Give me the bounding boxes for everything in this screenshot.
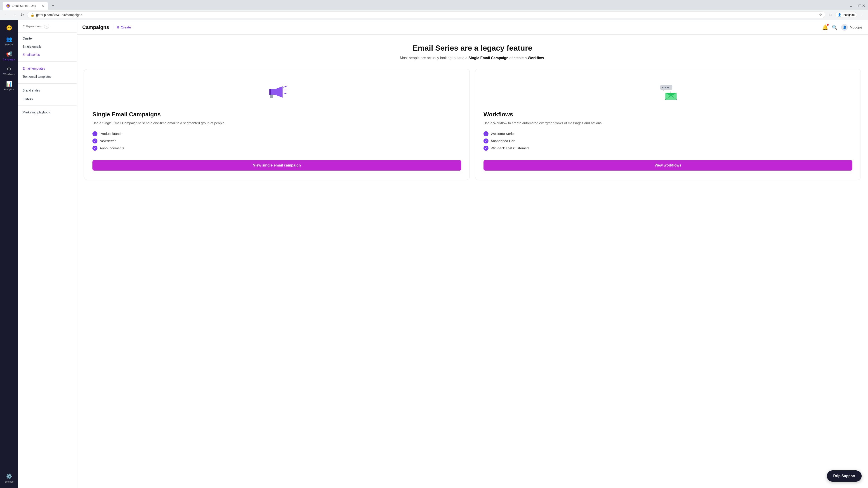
- workflows-description: Use a Workflow to create automated everg…: [484, 121, 852, 126]
- top-bar: Campaigns ⊕ Create 🔔 🔍 👤 Moodjoy: [77, 20, 868, 35]
- check-icon: ✓: [92, 146, 97, 151]
- list-item-label: Abandoned Cart: [491, 139, 515, 143]
- check-icon: ✓: [92, 131, 97, 136]
- list-item-label: Announcements: [100, 146, 124, 150]
- sidebar-item-onsite[interactable]: Onsite: [18, 34, 76, 42]
- check-icon: ✓: [484, 138, 489, 143]
- page-hero: Email Series are a legacy feature Most p…: [84, 43, 861, 60]
- list-item: ✓ Announcements: [92, 146, 461, 151]
- list-item-label: Welcome Series: [491, 132, 515, 135]
- forward-button[interactable]: →: [11, 12, 17, 18]
- url-input[interactable]: [36, 13, 817, 17]
- maximize-button[interactable]: □: [859, 3, 861, 8]
- svg-point-9: [664, 87, 666, 88]
- tab-title: Email Series · Drip: [12, 4, 36, 7]
- view-single-email-button[interactable]: View single email campaign: [92, 160, 461, 170]
- sidebar-item-email-series[interactable]: Email series: [18, 51, 76, 59]
- list-item: ✓ Win-back Lost Customers: [484, 146, 852, 151]
- list-item: ✓ Welcome Series: [484, 131, 852, 136]
- tab-close-button[interactable]: ✕: [41, 4, 44, 8]
- list-item: ✓ Newsletter: [92, 138, 461, 143]
- user-name-label: Moodjoy: [850, 25, 863, 29]
- hero-desc-bold1: Single Email Campaign: [468, 56, 508, 60]
- browser-tab[interactable]: 😊 Email Series · Drip ✕: [3, 2, 48, 10]
- workflows-list: ✓ Welcome Series ✓ Abandoned Cart ✓ Win-…: [484, 131, 852, 153]
- nav-item-logo[interactable]: 😊: [1, 23, 17, 33]
- sidebar-item-single-emails[interactable]: Single emails: [18, 42, 76, 51]
- reload-button[interactable]: ↻: [19, 12, 25, 18]
- list-item: ✓ Abandoned Cart: [484, 138, 852, 143]
- notifications-button[interactable]: 🔔: [822, 24, 828, 30]
- sidebar-item-analytics[interactable]: 📊 Analytics: [1, 79, 17, 93]
- extensions-button[interactable]: □: [827, 12, 833, 18]
- search-button[interactable]: 🔍: [832, 25, 837, 30]
- browser-toolbar: ← → ↻ 🔒 ☆ □ 👤 Incognito ⋮: [0, 10, 868, 20]
- page-body: Email Series are a legacy feature Most p…: [77, 35, 868, 488]
- workflows-label: Workflows: [3, 73, 15, 76]
- list-item: ✓ Product launch: [92, 131, 461, 136]
- minimize-button[interactable]: —: [854, 3, 858, 8]
- tab-list-icon[interactable]: ⌄: [849, 3, 852, 8]
- sidebar-section-4: Marketing playbook: [18, 106, 76, 118]
- drip-logo-icon: 😊: [6, 25, 12, 31]
- app-layout: 😊 👥 People 📢 Campaigns ⚙ Workflows 📊 Ana…: [0, 20, 868, 488]
- sidebar-item-brand-styles[interactable]: Brand styles: [18, 86, 76, 94]
- close-window-button[interactable]: ✕: [862, 3, 865, 8]
- hero-desc-suffix: .: [544, 56, 545, 60]
- lock-icon: 🔒: [31, 13, 34, 17]
- sidebar-header: Collapse menu →: [18, 20, 76, 33]
- workflows-card: Workflows Use a Workflow to create autom…: [475, 69, 861, 180]
- campaigns-icon: 📢: [6, 51, 12, 57]
- sidebar-divider-1: [18, 61, 76, 62]
- sidebar-item-marketing-playbook[interactable]: Marketing playbook: [18, 108, 76, 116]
- sidebar-item-workflows[interactable]: ⚙ Workflows: [1, 64, 17, 78]
- sidebar-item-people[interactable]: 👥 People: [1, 34, 17, 48]
- people-icon: 👥: [6, 36, 12, 42]
- sidebar-item-text-email-templates[interactable]: Text email templates: [18, 72, 76, 80]
- user-menu-button[interactable]: 👤 Moodjoy: [841, 24, 863, 31]
- incognito-label: Incognito: [843, 13, 855, 17]
- collapse-menu-button[interactable]: Collapse menu →: [23, 24, 49, 29]
- menu-button[interactable]: ⋮: [859, 12, 865, 18]
- hero-desc-bold2: Workflow: [528, 56, 544, 60]
- svg-point-10: [667, 87, 669, 88]
- notification-badge: [827, 24, 829, 26]
- page-title: Campaigns: [82, 24, 109, 30]
- incognito-badge[interactable]: 👤 Incognito: [835, 12, 857, 18]
- list-item-label: Newsletter: [100, 139, 116, 143]
- toolbar-actions: □ 👤 Incognito ⋮: [827, 12, 865, 18]
- sidebar-item-email-templates[interactable]: Email templates: [18, 64, 76, 72]
- star-icon[interactable]: ☆: [819, 13, 822, 17]
- view-workflows-button[interactable]: View workflows: [484, 160, 852, 170]
- svg-line-4: [283, 93, 286, 94]
- collapse-menu-label: Collapse menu: [23, 25, 42, 28]
- svg-marker-7: [663, 90, 664, 92]
- sidebar: Collapse menu → Onsite Single emails Ema…: [18, 20, 77, 488]
- drip-support-button[interactable]: Drip Support: [827, 470, 862, 482]
- main-content: Campaigns ⊕ Create 🔔 🔍 👤 Moodjoy: [77, 20, 868, 488]
- sidebar-item-images[interactable]: Images: [18, 94, 76, 103]
- create-plus-icon: ⊕: [117, 25, 120, 29]
- sidebar-section-2: Email templates Text email templates: [18, 63, 76, 83]
- favicon: 😊: [6, 4, 10, 8]
- workflows-heading: Workflows: [484, 111, 852, 118]
- list-item-label: Win-back Lost Customers: [491, 146, 530, 150]
- svg-point-8: [662, 87, 663, 88]
- check-icon: ✓: [484, 131, 489, 136]
- new-tab-button[interactable]: +: [50, 3, 56, 9]
- single-email-list: ✓ Product launch ✓ Newsletter ✓ Announce…: [92, 131, 461, 153]
- svg-rect-6: [660, 85, 672, 90]
- address-bar[interactable]: 🔒 ☆: [27, 11, 825, 18]
- hero-desc-middle: or create a: [508, 56, 528, 60]
- analytics-icon: 📊: [6, 81, 12, 87]
- svg-rect-5: [270, 95, 273, 98]
- create-label: Create: [121, 25, 131, 29]
- browser-chrome: 😊 Email Series · Drip ✕ + ⌄ — □ ✕ ← → ↻ …: [0, 0, 868, 20]
- back-button[interactable]: ←: [3, 12, 9, 18]
- sidebar-item-settings[interactable]: ⚙️ Settings: [1, 471, 17, 485]
- settings-icon: ⚙️: [6, 474, 12, 480]
- settings-label: Settings: [4, 480, 13, 483]
- svg-line-2: [283, 86, 286, 87]
- sidebar-item-campaigns[interactable]: 📢 Campaigns: [1, 49, 17, 63]
- create-button[interactable]: ⊕ Create: [117, 25, 131, 29]
